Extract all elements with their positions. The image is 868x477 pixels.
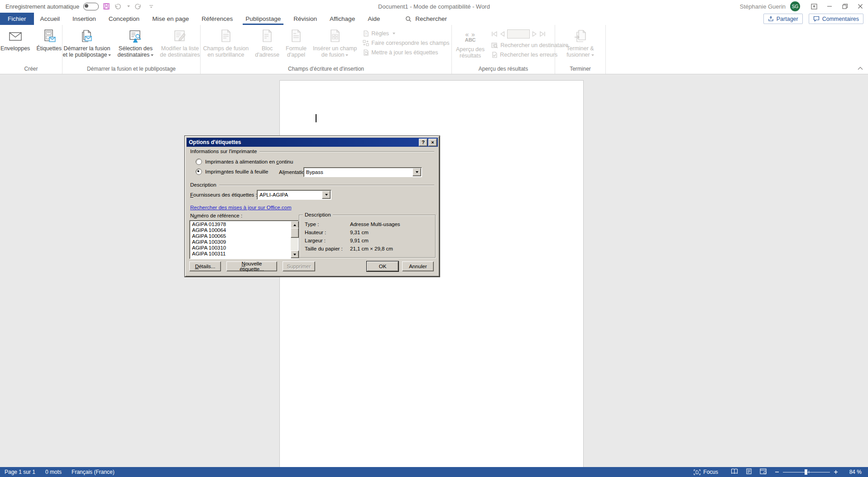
slider-thumb[interactable] — [805, 469, 807, 475]
restore-icon — [842, 4, 848, 9]
user-name[interactable]: Stéphanie Guerin — [740, 3, 786, 10]
word-count[interactable]: 0 mots — [45, 469, 62, 475]
tab-conception[interactable]: Conception — [102, 13, 146, 25]
detail-name: Taille du papier : — [305, 246, 350, 251]
labels-icon — [42, 29, 56, 43]
address-block-icon — [260, 29, 274, 43]
list-item[interactable]: AGIPA 013978 — [191, 222, 290, 227]
triangle-up-icon — [293, 224, 296, 226]
detail-row-paper-size: Taille du papier : 21,1 cm × 29,8 cm — [305, 246, 432, 251]
focus-label: Focus — [703, 469, 718, 475]
list-item[interactable]: AGIPA 100064 — [191, 227, 290, 233]
cancel-button[interactable]: Annuler — [402, 261, 434, 271]
radio-unselected-icon[interactable] — [196, 159, 202, 165]
dialog-title-bar[interactable]: Options d'étiquettes ? × — [187, 138, 438, 147]
list-scrollbar[interactable] — [291, 221, 298, 258]
highlight-merge-fields-label: Champs de fusion en surbrillance — [203, 45, 249, 58]
ribbon-group-demarrer-fusion: Démarrer la fusion et le publipostage — [62, 25, 201, 74]
avatar[interactable]: SG — [790, 1, 800, 11]
list-item[interactable]: AGIPA 100065 — [191, 233, 290, 239]
minimize-button[interactable] — [822, 0, 837, 13]
continuous-printer-radio-row[interactable]: Imprimantes à alimentation en continu — [196, 159, 293, 165]
tab-publipostage[interactable]: Publipostage — [239, 13, 287, 25]
language-indicator[interactable]: Français (France) — [72, 469, 115, 475]
zoom-out-icon[interactable] — [775, 470, 779, 474]
zoom-slider[interactable] — [783, 469, 830, 475]
page-indicator[interactable]: Page 1 sur 1 — [5, 469, 35, 475]
vendor-combobox[interactable]: APLI-AGIPA — [257, 190, 331, 200]
read-mode-icon — [731, 468, 738, 474]
section-divider — [259, 151, 434, 152]
list-item[interactable]: AGIPA 100311 — [191, 251, 290, 257]
dialog-close-button[interactable]: × — [428, 139, 437, 146]
tab-aide[interactable]: Aide — [361, 13, 386, 25]
read-mode-button[interactable] — [731, 468, 738, 476]
tray-combobox[interactable]: Bypass — [303, 167, 422, 177]
ok-button[interactable]: OK — [367, 261, 398, 271]
close-icon — [858, 4, 863, 9]
status-bar: Page 1 sur 1 0 mots Français (France) Fo… — [0, 467, 868, 477]
zoom-percentage[interactable]: 84 % — [846, 469, 862, 475]
customize-qat-button[interactable] — [149, 4, 154, 9]
focus-mode-button[interactable]: Focus — [694, 469, 718, 475]
scrollbar-thumb[interactable] — [291, 228, 299, 238]
start-mail-merge-label: Démarrer la fusion et le publipostage — [62, 45, 111, 58]
dialog-help-button[interactable]: ? — [419, 139, 427, 146]
list-item[interactable]: AGIPA 100309 — [191, 239, 290, 245]
office-update-link[interactable]: Rechercher des mises à jour sur Office.c… — [190, 205, 291, 210]
select-recipients-icon — [128, 29, 143, 43]
address-block-label: Bloc d'adresse — [255, 45, 279, 58]
share-button[interactable]: Partager — [763, 14, 803, 24]
list-item[interactable]: AGIPA 100310 — [191, 245, 290, 251]
undo-icon — [114, 3, 122, 10]
select-recipients-button[interactable]: Sélection des destinataires — [114, 27, 157, 58]
scroll-down-button[interactable] — [291, 251, 299, 258]
undo-button — [114, 3, 122, 10]
comments-label: Commentaires — [822, 16, 859, 22]
sheet-printer-radio-row[interactable]: Imprimantes feuille à feuille — [196, 169, 268, 175]
tab-references[interactable]: Références — [195, 13, 239, 25]
triangle-down-icon — [416, 171, 418, 173]
detail-row-height: Hauteur : 9,31 cm — [305, 230, 432, 235]
new-label-button[interactable]: Nouvelle étiquette... — [226, 261, 277, 271]
save-button[interactable] — [103, 3, 110, 10]
quick-access-toolbar: Enregistrement automatique — [0, 3, 154, 10]
autosave-toggle[interactable] — [83, 3, 99, 10]
web-layout-button[interactable] — [760, 468, 767, 476]
restore-button[interactable] — [837, 0, 853, 13]
start-mail-merge-button[interactable]: Démarrer la fusion et le publipostage — [59, 27, 114, 58]
group-label-champs: Champs d'écriture et d'insertion — [201, 65, 451, 74]
comments-button[interactable]: Commentaires — [809, 14, 863, 24]
tab-mise-en-page[interactable]: Mise en page — [146, 13, 195, 25]
ribbon-group-creer: Enveloppes Étiquettes — [0, 25, 62, 74]
tab-accueil[interactable]: Accueil — [34, 13, 67, 25]
combo-dropdown-button[interactable] — [412, 168, 421, 176]
close-button[interactable] — [853, 0, 868, 13]
tab-affichage[interactable]: Affichage — [323, 13, 361, 25]
radio-selected-icon[interactable] — [196, 169, 202, 175]
details-button[interactable]: Détails... — [189, 261, 221, 271]
greeting-line-label: Formule d'appel — [286, 45, 307, 58]
zoom-in-icon[interactable] — [834, 470, 838, 474]
combo-dropdown-button[interactable] — [322, 191, 331, 199]
rules-icon: ? — [363, 30, 369, 37]
finish-merge-icon — [573, 29, 588, 43]
print-layout-button[interactable] — [746, 468, 752, 476]
ribbon-display-options-button[interactable] — [806, 0, 822, 13]
share-icon — [768, 16, 774, 22]
print-layout-icon — [746, 468, 752, 474]
title-bar: Enregistrement automatique — [0, 0, 868, 13]
start-mail-merge-icon — [79, 29, 95, 43]
preview-results-button: « » ABC Aperçu des résultats — [453, 27, 488, 59]
save-icon — [103, 3, 110, 10]
tab-revision[interactable]: Révision — [287, 13, 323, 25]
tab-insertion[interactable]: Insertion — [66, 13, 102, 25]
dialog-title: Options d'étiquettes — [187, 139, 419, 145]
tab-fichier[interactable]: Fichier — [0, 13, 34, 25]
envelopes-button[interactable]: Enveloppes — [0, 27, 33, 52]
label-options-dialog: Options d'étiquettes ? × Informations su… — [185, 136, 440, 277]
product-number-listbox[interactable]: AGIPA 013978 AGIPA 100064 AGIPA 100065 A… — [189, 220, 299, 259]
search-box[interactable]: Rechercher — [405, 13, 447, 25]
collapse-ribbon-button[interactable] — [857, 64, 863, 72]
edit-recipient-list-label: Modifier la liste de destinataires — [160, 45, 200, 58]
